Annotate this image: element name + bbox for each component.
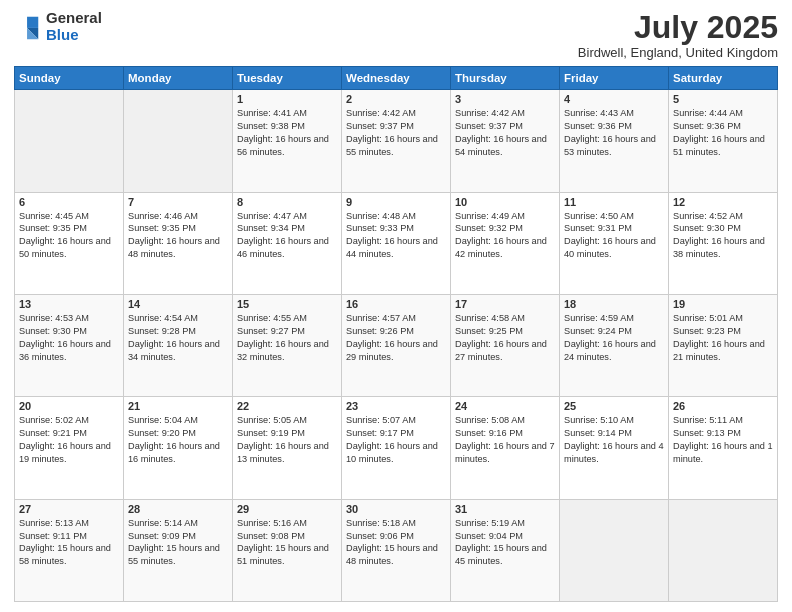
weekday-header-row: Sunday Monday Tuesday Wednesday Thursday… — [15, 67, 778, 90]
table-cell: 28Sunrise: 5:14 AM Sunset: 9:09 PM Dayli… — [124, 499, 233, 601]
day-number: 30 — [346, 503, 446, 515]
header-sunday: Sunday — [15, 67, 124, 90]
cell-info: Sunrise: 4:59 AM Sunset: 9:24 PM Dayligh… — [564, 312, 664, 364]
week-row-3: 13Sunrise: 4:53 AM Sunset: 9:30 PM Dayli… — [15, 294, 778, 396]
cell-info: Sunrise: 4:48 AM Sunset: 9:33 PM Dayligh… — [346, 210, 446, 262]
logo-general-text: General — [46, 10, 102, 27]
day-number: 20 — [19, 400, 119, 412]
table-cell: 30Sunrise: 5:18 AM Sunset: 9:06 PM Dayli… — [342, 499, 451, 601]
table-cell: 8Sunrise: 4:47 AM Sunset: 9:34 PM Daylig… — [233, 192, 342, 294]
week-row-1: 1Sunrise: 4:41 AM Sunset: 9:38 PM Daylig… — [15, 90, 778, 192]
title-block: July 2025 Birdwell, England, United King… — [578, 10, 778, 60]
table-cell: 11Sunrise: 4:50 AM Sunset: 9:31 PM Dayli… — [560, 192, 669, 294]
table-cell: 2Sunrise: 4:42 AM Sunset: 9:37 PM Daylig… — [342, 90, 451, 192]
day-number: 24 — [455, 400, 555, 412]
table-cell: 18Sunrise: 4:59 AM Sunset: 9:24 PM Dayli… — [560, 294, 669, 396]
cell-info: Sunrise: 5:04 AM Sunset: 9:20 PM Dayligh… — [128, 414, 228, 466]
table-cell: 9Sunrise: 4:48 AM Sunset: 9:33 PM Daylig… — [342, 192, 451, 294]
day-number: 14 — [128, 298, 228, 310]
cell-info: Sunrise: 4:45 AM Sunset: 9:35 PM Dayligh… — [19, 210, 119, 262]
day-number: 19 — [673, 298, 773, 310]
cell-info: Sunrise: 5:01 AM Sunset: 9:23 PM Dayligh… — [673, 312, 773, 364]
table-cell: 31Sunrise: 5:19 AM Sunset: 9:04 PM Dayli… — [451, 499, 560, 601]
cell-info: Sunrise: 4:44 AM Sunset: 9:36 PM Dayligh… — [673, 107, 773, 159]
day-number: 10 — [455, 196, 555, 208]
header-saturday: Saturday — [669, 67, 778, 90]
cell-info: Sunrise: 4:54 AM Sunset: 9:28 PM Dayligh… — [128, 312, 228, 364]
cell-info: Sunrise: 5:13 AM Sunset: 9:11 PM Dayligh… — [19, 517, 119, 569]
week-row-5: 27Sunrise: 5:13 AM Sunset: 9:11 PM Dayli… — [15, 499, 778, 601]
day-number: 25 — [564, 400, 664, 412]
cell-info: Sunrise: 4:42 AM Sunset: 9:37 PM Dayligh… — [455, 107, 555, 159]
header-monday: Monday — [124, 67, 233, 90]
table-cell: 23Sunrise: 5:07 AM Sunset: 9:17 PM Dayli… — [342, 397, 451, 499]
day-number: 31 — [455, 503, 555, 515]
week-row-2: 6Sunrise: 4:45 AM Sunset: 9:35 PM Daylig… — [15, 192, 778, 294]
day-number: 26 — [673, 400, 773, 412]
week-row-4: 20Sunrise: 5:02 AM Sunset: 9:21 PM Dayli… — [15, 397, 778, 499]
day-number: 28 — [128, 503, 228, 515]
table-cell: 20Sunrise: 5:02 AM Sunset: 9:21 PM Dayli… — [15, 397, 124, 499]
day-number: 13 — [19, 298, 119, 310]
table-cell — [124, 90, 233, 192]
day-number: 1 — [237, 93, 337, 105]
day-number: 9 — [346, 196, 446, 208]
table-cell: 14Sunrise: 4:54 AM Sunset: 9:28 PM Dayli… — [124, 294, 233, 396]
table-cell — [15, 90, 124, 192]
cell-info: Sunrise: 5:14 AM Sunset: 9:09 PM Dayligh… — [128, 517, 228, 569]
logo: General Blue — [14, 10, 102, 43]
header-friday: Friday — [560, 67, 669, 90]
logo-text: General Blue — [46, 10, 102, 43]
table-cell: 10Sunrise: 4:49 AM Sunset: 9:32 PM Dayli… — [451, 192, 560, 294]
svg-marker-0 — [27, 16, 38, 27]
cell-info: Sunrise: 4:43 AM Sunset: 9:36 PM Dayligh… — [564, 107, 664, 159]
table-cell: 4Sunrise: 4:43 AM Sunset: 9:36 PM Daylig… — [560, 90, 669, 192]
day-number: 7 — [128, 196, 228, 208]
cell-info: Sunrise: 5:05 AM Sunset: 9:19 PM Dayligh… — [237, 414, 337, 466]
header-thursday: Thursday — [451, 67, 560, 90]
cell-info: Sunrise: 5:19 AM Sunset: 9:04 PM Dayligh… — [455, 517, 555, 569]
table-cell: 19Sunrise: 5:01 AM Sunset: 9:23 PM Dayli… — [669, 294, 778, 396]
cell-info: Sunrise: 4:49 AM Sunset: 9:32 PM Dayligh… — [455, 210, 555, 262]
table-cell: 1Sunrise: 4:41 AM Sunset: 9:38 PM Daylig… — [233, 90, 342, 192]
cell-info: Sunrise: 4:57 AM Sunset: 9:26 PM Dayligh… — [346, 312, 446, 364]
day-number: 4 — [564, 93, 664, 105]
cell-info: Sunrise: 4:52 AM Sunset: 9:30 PM Dayligh… — [673, 210, 773, 262]
day-number: 11 — [564, 196, 664, 208]
table-cell: 21Sunrise: 5:04 AM Sunset: 9:20 PM Dayli… — [124, 397, 233, 499]
day-number: 3 — [455, 93, 555, 105]
cell-info: Sunrise: 5:02 AM Sunset: 9:21 PM Dayligh… — [19, 414, 119, 466]
table-cell: 25Sunrise: 5:10 AM Sunset: 9:14 PM Dayli… — [560, 397, 669, 499]
table-cell: 13Sunrise: 4:53 AM Sunset: 9:30 PM Dayli… — [15, 294, 124, 396]
table-cell: 15Sunrise: 4:55 AM Sunset: 9:27 PM Dayli… — [233, 294, 342, 396]
day-number: 23 — [346, 400, 446, 412]
table-cell: 6Sunrise: 4:45 AM Sunset: 9:35 PM Daylig… — [15, 192, 124, 294]
table-cell: 26Sunrise: 5:11 AM Sunset: 9:13 PM Dayli… — [669, 397, 778, 499]
day-number: 22 — [237, 400, 337, 412]
logo-blue-text: Blue — [46, 27, 102, 44]
table-cell: 24Sunrise: 5:08 AM Sunset: 9:16 PM Dayli… — [451, 397, 560, 499]
cell-info: Sunrise: 4:50 AM Sunset: 9:31 PM Dayligh… — [564, 210, 664, 262]
day-number: 12 — [673, 196, 773, 208]
day-number: 5 — [673, 93, 773, 105]
header: General Blue July 2025 Birdwell, England… — [14, 10, 778, 60]
table-cell: 7Sunrise: 4:46 AM Sunset: 9:35 PM Daylig… — [124, 192, 233, 294]
cell-info: Sunrise: 4:46 AM Sunset: 9:35 PM Dayligh… — [128, 210, 228, 262]
day-number: 29 — [237, 503, 337, 515]
day-number: 18 — [564, 298, 664, 310]
day-number: 8 — [237, 196, 337, 208]
calendar: Sunday Monday Tuesday Wednesday Thursday… — [14, 66, 778, 602]
cell-info: Sunrise: 5:18 AM Sunset: 9:06 PM Dayligh… — [346, 517, 446, 569]
cell-info: Sunrise: 4:47 AM Sunset: 9:34 PM Dayligh… — [237, 210, 337, 262]
cell-info: Sunrise: 5:08 AM Sunset: 9:16 PM Dayligh… — [455, 414, 555, 466]
header-wednesday: Wednesday — [342, 67, 451, 90]
table-cell: 22Sunrise: 5:05 AM Sunset: 9:19 PM Dayli… — [233, 397, 342, 499]
logo-icon — [14, 13, 42, 41]
cell-info: Sunrise: 5:10 AM Sunset: 9:14 PM Dayligh… — [564, 414, 664, 466]
cell-info: Sunrise: 5:16 AM Sunset: 9:08 PM Dayligh… — [237, 517, 337, 569]
table-cell: 27Sunrise: 5:13 AM Sunset: 9:11 PM Dayli… — [15, 499, 124, 601]
table-cell — [669, 499, 778, 601]
page: General Blue July 2025 Birdwell, England… — [0, 0, 792, 612]
header-tuesday: Tuesday — [233, 67, 342, 90]
table-cell: 16Sunrise: 4:57 AM Sunset: 9:26 PM Dayli… — [342, 294, 451, 396]
